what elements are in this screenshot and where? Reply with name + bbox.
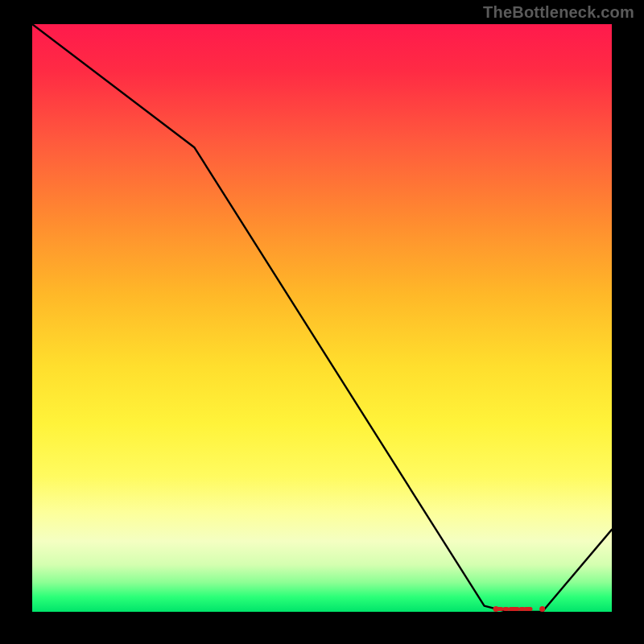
chart-frame: TheBottleneck.com xyxy=(0,0,644,644)
plot-area xyxy=(32,24,612,612)
watermark-text: TheBottleneck.com xyxy=(483,3,634,22)
optimal-band-dot xyxy=(539,606,545,612)
optimal-band-dot xyxy=(493,606,499,612)
bottleneck-curve-line xyxy=(32,24,612,612)
chart-svg xyxy=(32,24,612,612)
